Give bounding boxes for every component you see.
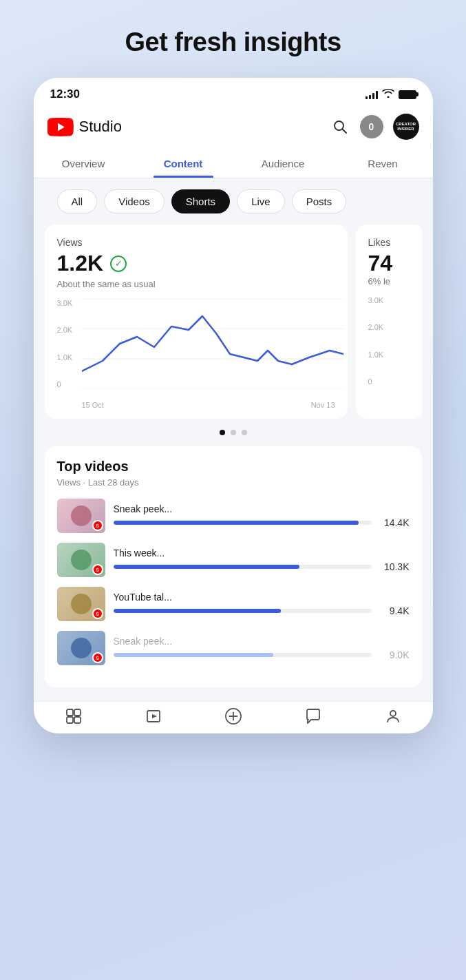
- header-actions: 0 CREATOR INSIDER: [330, 114, 419, 140]
- video-bar-row-3: 9.4K: [114, 605, 410, 616]
- video-item[interactable]: S YouTube tal... 9.4K: [57, 587, 410, 621]
- video-thumbnail-3: S: [57, 587, 105, 621]
- likes-stats-card: Likes 74 6% le 3.0K 2.0K 1.0K 0: [356, 225, 422, 419]
- pill-videos[interactable]: Videos: [104, 189, 165, 213]
- tab-audience[interactable]: Audience: [233, 149, 333, 178]
- video-bar-fill-2: [114, 565, 299, 569]
- views-stats-card: Views 1.2K ✓ About the same as usual 3.0…: [45, 225, 348, 419]
- shorts-badge-3: S: [92, 608, 103, 619]
- video-item[interactable]: S Sneak peek... 14.4K: [57, 499, 410, 533]
- views-label: Views: [57, 237, 335, 248]
- signal-bar-1: [366, 96, 368, 99]
- pagination-dots: [45, 430, 422, 435]
- x-label-start: 15 Oct: [82, 401, 104, 409]
- likes-y-1k: 1.0K: [368, 351, 384, 359]
- video-info-3: YouTube tal... 9.4K: [114, 592, 410, 616]
- bottom-nav: [34, 701, 433, 733]
- stats-cards: Views 1.2K ✓ About the same as usual 3.0…: [45, 225, 422, 419]
- video-title-1: Sneak peek...: [114, 503, 410, 514]
- status-icons: [366, 89, 416, 100]
- bottom-nav-profile[interactable]: [385, 709, 401, 724]
- top-videos-card: Top videos Views · Last 28 days S Sneak …: [45, 446, 422, 687]
- svg-rect-6: [67, 709, 73, 716]
- logo-area: Studio: [47, 118, 122, 136]
- tab-overview[interactable]: Overview: [34, 149, 134, 178]
- pill-posts[interactable]: Posts: [292, 189, 347, 213]
- video-title-4: Sneak peek...: [114, 636, 410, 647]
- video-item[interactable]: S Sneak peek... 9.0K: [57, 631, 410, 665]
- video-title-2: This week...: [114, 548, 410, 559]
- video-views-3: 9.4K: [379, 605, 410, 616]
- svg-rect-9: [74, 717, 81, 723]
- bottom-nav-content[interactable]: [145, 709, 162, 724]
- views-chart: 3.0K 2.0K 1.0K 0: [57, 299, 335, 409]
- shorts-badge-4: S: [92, 652, 103, 663]
- notification-badge[interactable]: 0: [360, 115, 383, 138]
- views-subtitle: About the same as usual: [57, 279, 335, 289]
- chart-x-labels: 15 Oct Nov 13: [82, 401, 335, 409]
- views-value: 1.2K: [57, 251, 104, 276]
- creator-insider-badge[interactable]: CREATOR INSIDER: [393, 114, 419, 140]
- video-bar-bg-4: [114, 653, 372, 657]
- tab-revenue[interactable]: Reven: [333, 149, 433, 178]
- likes-y-0: 0: [368, 377, 384, 386]
- video-thumbnail-4: S: [57, 631, 105, 665]
- chart-y-labels: 3.0K 2.0K 1.0K 0: [57, 299, 73, 388]
- signal-bar-3: [372, 93, 374, 99]
- pill-all[interactable]: All: [57, 189, 98, 213]
- pill-shorts[interactable]: Shorts: [171, 189, 230, 213]
- video-bar-row-4: 9.0K: [114, 649, 410, 660]
- svg-point-15: [390, 711, 396, 716]
- svg-marker-11: [152, 714, 157, 718]
- likes-chart: 3.0K 2.0K 1.0K 0: [368, 296, 412, 406]
- video-bar-bg-2: [114, 565, 372, 569]
- studio-label: Studio: [79, 118, 122, 136]
- y-label-1k: 1.0K: [57, 353, 73, 362]
- pill-live[interactable]: Live: [237, 189, 285, 213]
- page-title: Get fresh insights: [125, 28, 341, 57]
- bottom-nav-add[interactable]: [225, 709, 242, 724]
- filter-pills: All Videos Shorts Live Posts: [45, 178, 422, 225]
- main-content: All Videos Shorts Live Posts Views 1.2K …: [34, 178, 433, 701]
- tab-content[interactable]: Content: [134, 149, 233, 178]
- signal-bars-icon: [366, 90, 378, 99]
- video-bar-fill-3: [114, 609, 282, 613]
- video-bar-bg-1: [114, 521, 372, 525]
- status-bar: 12:30: [34, 78, 433, 107]
- profile-icon: [385, 709, 401, 724]
- app-header: Studio 0 CREATOR INSIDER: [34, 107, 433, 149]
- video-views-2: 10.3K: [379, 561, 410, 572]
- svg-rect-8: [67, 717, 73, 723]
- dot-2[interactable]: [231, 430, 236, 435]
- video-thumbnail-2: S: [57, 543, 105, 577]
- creator-badge-label: CREATOR INSIDER: [393, 122, 419, 132]
- shorts-badge-1: S: [92, 520, 103, 531]
- likes-subtitle: 6% le: [368, 276, 412, 286]
- likes-y-3k: 3.0K: [368, 296, 384, 304]
- video-bar-row-1: 14.4K: [114, 517, 410, 528]
- top-videos-subtitle: Views · Last 28 days: [57, 477, 410, 488]
- video-bar-bg-3: [114, 609, 372, 613]
- likes-value: 74: [368, 251, 412, 276]
- phone-frame: 12:30 Studio: [34, 78, 433, 733]
- comments-icon: [305, 709, 321, 724]
- views-value-row: 1.2K ✓: [57, 251, 335, 276]
- bottom-nav-comments[interactable]: [305, 709, 321, 724]
- chart-svg: [82, 299, 343, 388]
- battery-icon: [399, 90, 416, 99]
- content-icon: [145, 709, 162, 724]
- dot-3[interactable]: [242, 430, 247, 435]
- search-button[interactable]: [330, 116, 350, 137]
- video-info-2: This week... 10.3K: [114, 548, 410, 572]
- dot-1[interactable]: [220, 430, 225, 435]
- video-views-1: 14.4K: [379, 517, 410, 528]
- signal-bar-2: [369, 95, 371, 99]
- signal-bar-4: [376, 91, 378, 99]
- wifi-icon: [382, 89, 394, 100]
- svg-rect-7: [74, 709, 81, 716]
- video-info-1: Sneak peek... 14.4K: [114, 503, 410, 528]
- video-bar-fill-4: [114, 653, 274, 657]
- bottom-nav-dashboard[interactable]: [65, 709, 82, 724]
- nav-tabs: Overview Content Audience Reven: [34, 149, 433, 178]
- video-item[interactable]: S This week... 10.3K: [57, 543, 410, 577]
